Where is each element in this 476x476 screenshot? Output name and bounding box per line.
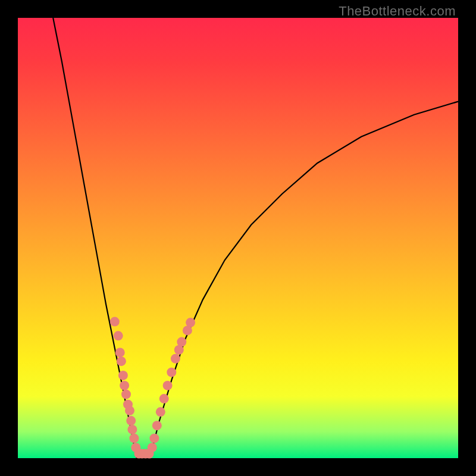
data-point bbox=[125, 406, 134, 415]
data-point bbox=[152, 421, 162, 430]
data-point bbox=[163, 381, 173, 390]
data-point bbox=[120, 381, 129, 390]
dots-layer bbox=[110, 317, 195, 459]
data-point bbox=[121, 390, 131, 399]
watermark-text: TheBottleneck.com bbox=[339, 4, 456, 19]
plot-area bbox=[18, 18, 458, 458]
data-point bbox=[167, 368, 176, 377]
chart-svg bbox=[18, 18, 458, 458]
data-point bbox=[129, 434, 139, 443]
curve-right-curve bbox=[150, 102, 458, 458]
data-point bbox=[110, 317, 120, 327]
data-point bbox=[148, 443, 157, 452]
data-point bbox=[117, 356, 126, 366]
data-point bbox=[118, 371, 128, 380]
data-point bbox=[159, 394, 169, 403]
data-point bbox=[177, 337, 186, 347]
chart-frame: TheBottleneck.com bbox=[0, 0, 476, 476]
data-point bbox=[126, 416, 136, 425]
data-point bbox=[114, 331, 123, 340]
data-point bbox=[127, 425, 137, 434]
data-point bbox=[156, 407, 165, 416]
data-point bbox=[171, 354, 180, 364]
data-point bbox=[186, 318, 195, 327]
data-point bbox=[149, 434, 159, 443]
data-point bbox=[115, 347, 125, 357]
curve-layer bbox=[53, 18, 458, 458]
